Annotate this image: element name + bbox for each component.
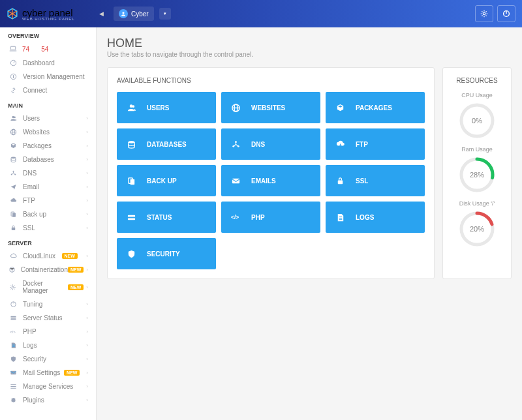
tile-label: SECURITY (147, 250, 180, 258)
sidebar-item-label: SSL (23, 224, 35, 232)
page-title: HOME (107, 37, 512, 50)
chevron-right-icon: › (86, 253, 88, 259)
sidebar-collapse-button[interactable]: ◀ (97, 0, 106, 27)
chevron-right-icon: › (86, 184, 88, 190)
chevron-right-icon: › (86, 397, 88, 403)
sidebar-item-label: Back up (23, 211, 46, 218)
sidebar-item-ssl[interactable]: SSL › (0, 221, 96, 235)
sidebar-item-docker-manager[interactable]: Docker Manager NEW › (0, 277, 96, 297)
chevron-right-icon: › (86, 356, 88, 362)
sidebar-item-websites[interactable]: Websites › (0, 125, 96, 139)
new-badge: NEW (62, 253, 78, 259)
sidebar-item-plugins[interactable]: Plugins › (0, 393, 96, 407)
info-icon (8, 73, 18, 80)
logo-icon (7, 8, 18, 20)
cloud2-icon (8, 252, 18, 260)
sidebar-item-email[interactable]: Email › (0, 180, 96, 194)
tile-logs[interactable]: LOGS (326, 202, 425, 233)
tile-label: DATABASES (147, 141, 187, 148)
sidebar: OVERVIEW 74 54 Dashboard Version Managem… (0, 27, 97, 420)
sidebar-item-security[interactable]: Security › (0, 352, 96, 366)
tile-dns[interactable]: DNS (221, 128, 320, 160)
package-icon (333, 103, 346, 113)
chevron-right-icon: › (86, 315, 88, 321)
resources-title: RESOURCES (452, 77, 502, 84)
sidebar-item-label: DNS (23, 170, 37, 177)
sidebar-item-label: Security (23, 355, 46, 363)
sidebar-item-version-management[interactable]: Version Management (0, 70, 96, 83)
sidebar-item-cloudlinux[interactable]: CloudLinux NEW › (0, 249, 96, 263)
sidebar-item-server-status[interactable]: Server Status › (0, 311, 96, 325)
sidebar-item-label: Packages (23, 142, 52, 149)
functions-title: AVAILABLE FUNCTIONS (117, 77, 425, 84)
tile-websites[interactable]: WEBSITES (221, 92, 320, 123)
tile-php[interactable]: PHP (221, 202, 320, 233)
sidebar-item-containerization[interactable]: Containerization NEW › (0, 263, 96, 277)
tile-ssl[interactable]: SSL (326, 165, 425, 196)
gauge-disk-usage-: Disk Usage '/' 20% (452, 200, 502, 248)
lock-icon (8, 224, 18, 232)
chevron-right-icon: › (86, 301, 88, 307)
logs-icon (333, 213, 346, 222)
user-chip[interactable]: Cyber (114, 7, 154, 21)
database-icon (8, 156, 18, 163)
sidebar-item-users[interactable]: Users › (0, 112, 96, 125)
sidebar-item-ftp[interactable]: FTP › (0, 194, 96, 207)
sidebar-item-label: Version Management (23, 73, 85, 80)
copy-icon (125, 176, 138, 186)
brand-logo[interactable]: cyber panel WEB HOSTING PANEL (0, 0, 97, 27)
chevron-right-icon: › (86, 342, 88, 348)
tile-label: PHP (251, 214, 265, 221)
gauge-label: CPU Usage (452, 92, 502, 98)
users-icon (8, 115, 18, 122)
gauge-ram-usage: Ram Usage 28% (452, 146, 502, 194)
user-dropdown-button[interactable]: ▾ (159, 8, 171, 20)
sidebar-item-label: Plugins (23, 397, 44, 404)
gauge-label: Disk Usage '/' (452, 200, 502, 207)
tile-security[interactable]: SECURITY (117, 238, 216, 269)
database-icon (125, 140, 138, 149)
power-button[interactable] (497, 5, 515, 22)
sidebar-item-tuning[interactable]: Tuning › (0, 297, 96, 311)
tile-emails[interactable]: EMAILS (221, 165, 320, 196)
tile-label: USERS (147, 104, 169, 112)
sidebar-item-databases[interactable]: Databases › (0, 153, 96, 166)
chevron-right-icon: › (86, 284, 88, 290)
chevron-right-icon: › (86, 143, 88, 149)
mail-icon (8, 369, 18, 376)
sidebar-item-label: Manage Services (23, 383, 73, 390)
sidebar-item-label: Users (23, 115, 40, 122)
settings-button[interactable] (475, 5, 493, 22)
tile-label: PACKAGES (356, 104, 392, 112)
sidebar-item-packages[interactable]: Packages › (0, 139, 96, 153)
tile-ftp[interactable]: FTP (326, 128, 425, 160)
sidebar-item-label: Logs (23, 342, 37, 349)
sidebar-item-logs[interactable]: Logs › (0, 338, 96, 352)
chevron-right-icon: › (86, 267, 88, 273)
sidebar-item-label: Docker Manager (22, 280, 68, 294)
sidebar-item-dashboard[interactable]: Dashboard (0, 56, 96, 70)
sidebar-item-label: Server Status (23, 314, 63, 322)
sidebar-item-dns[interactable]: DNS › (0, 166, 96, 180)
cloud-icon (8, 197, 18, 204)
tile-users[interactable]: USERS (117, 92, 216, 123)
tile-status[interactable]: STATUS (117, 202, 216, 233)
tile-packages[interactable]: PACKAGES (326, 92, 425, 123)
sidebar-item-label: Tuning (23, 301, 42, 308)
status-icon (125, 213, 138, 222)
cube-icon (8, 266, 16, 273)
sidebar-item-back-up[interactable]: Back up › (0, 207, 96, 221)
user-avatar-icon (119, 9, 128, 18)
sidebar-item-connect[interactable]: Connect (0, 83, 96, 97)
mail-icon (229, 176, 242, 186)
sidebar-item-mail-settings[interactable]: Mail Settings NEW › (0, 366, 96, 380)
sidebar-item-label: PHP (23, 328, 37, 335)
new-badge: NEW (68, 284, 84, 290)
bars-icon (8, 383, 18, 390)
tile-back-up[interactable]: BACK UP (117, 165, 216, 196)
stat-value-1: 74 (22, 46, 29, 53)
tile-databases[interactable]: DATABASES (117, 128, 216, 160)
sidebar-item-php[interactable]: PHP › (0, 325, 96, 338)
sidebar-item-manage-services[interactable]: Manage Services › (0, 380, 96, 393)
puzzle-icon (8, 397, 18, 404)
